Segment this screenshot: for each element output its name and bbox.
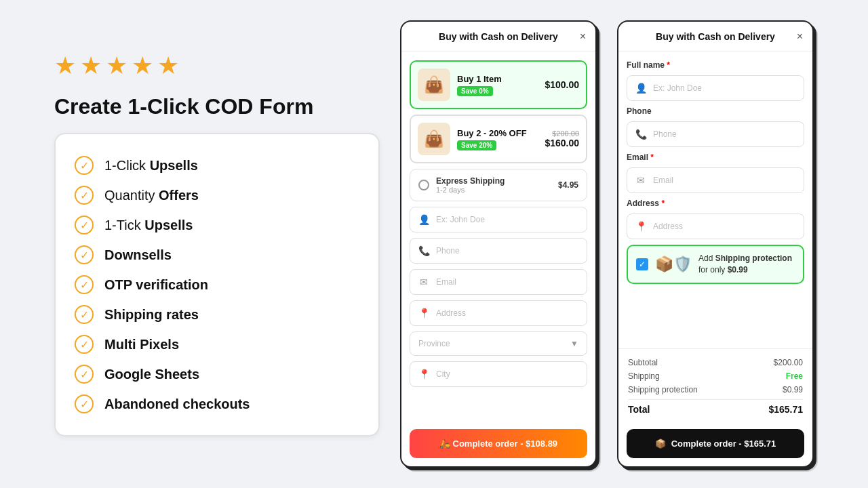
- address-placeholder-1: Address: [436, 308, 466, 318]
- product-option-2[interactable]: 👜 Buy 2 - 20% OFF Save 20% $200.00 $160.…: [410, 115, 587, 163]
- protection-icons: 📦🛡️: [655, 256, 692, 273]
- product-img-2: 👜: [418, 123, 450, 155]
- feature-label-1: 1-Click Upsells: [104, 158, 198, 174]
- email-placeholder-2: Email: [653, 176, 673, 185]
- province-select-1[interactable]: Province ▼: [410, 331, 587, 356]
- shipping-label-1: Express Shipping 1-2 days: [436, 176, 551, 194]
- complete-order-button-2[interactable]: 📦 Complete order - $165.71: [627, 429, 804, 458]
- email-field-1[interactable]: ✉ Email: [410, 269, 587, 295]
- shipping-value-sum: Free: [786, 371, 803, 381]
- check-icon-1: ✓: [75, 156, 94, 175]
- feature-downsells: ✓ Downsells: [75, 240, 359, 270]
- name-placeholder-1: Ex: John Doe: [436, 215, 485, 224]
- phone-field-1[interactable]: 📞 Phone: [410, 238, 587, 264]
- check-icon-3: ✓: [75, 216, 94, 235]
- email-group: Email * ✉ Email: [627, 152, 804, 193]
- features-box: ✓ 1-Click Upsells ✓ Quantity Offers ✓ 1-…: [54, 133, 380, 436]
- star-4: ★: [132, 52, 153, 80]
- location-icon-2: 📍: [635, 221, 646, 232]
- product-option-1[interactable]: 👜 Buy 1 Item Save 0% $100.00: [410, 60, 587, 109]
- modal-2: Buy with Cash on Delivery × Full name * …: [617, 20, 814, 468]
- modal-1-close-button[interactable]: ×: [580, 30, 586, 43]
- modal-1: Buy with Cash on Delivery × 👜 Buy 1 Item…: [400, 20, 597, 468]
- star-rating: ★ ★ ★ ★ ★: [54, 52, 380, 80]
- feature-otp: ✓ OTP verification: [75, 270, 359, 300]
- save-badge-1: Save 0%: [457, 86, 493, 96]
- fullname-label: Full name *: [627, 60, 804, 70]
- modal-2-title: Buy with Cash on Delivery: [656, 31, 775, 42]
- name-field-1[interactable]: 👤 Ex: John Doe: [410, 207, 587, 232]
- protection-box[interactable]: ✓ 📦🛡️ Add Shipping protectionfor only $0…: [627, 245, 804, 284]
- feature-1-click-upsells: ✓ 1-Click Upsells: [75, 150, 359, 180]
- feature-label-9: Abandoned checkouts: [104, 396, 250, 412]
- product-info-1: Buy 1 Item Save 0%: [457, 74, 538, 96]
- person-icon-2: 👤: [635, 83, 646, 94]
- modal-2-header: Buy with Cash on Delivery ×: [618, 22, 812, 52]
- subtotal-value: $200.00: [774, 358, 803, 367]
- feature-label-3: 1-Tick Upsells: [104, 218, 193, 233]
- phone-group: Phone 📞 Phone: [627, 106, 804, 147]
- city-field-1[interactable]: 📍 City: [410, 361, 587, 387]
- feature-multi-pixels: ✓ Multi Pixels: [75, 329, 359, 359]
- product-price-2: $200.00 $160.00: [545, 129, 579, 148]
- required-star-3: *: [661, 199, 665, 208]
- phone-icon-2: 📞: [635, 129, 646, 140]
- total-value: $165.71: [768, 404, 803, 415]
- fullname-placeholder-2: Ex: John Doe: [653, 83, 702, 93]
- feature-quantity-offers: ✓ Quantity Offers: [75, 180, 359, 210]
- check-icon-7: ✓: [75, 335, 94, 354]
- box-icon-2: 📦: [655, 439, 666, 449]
- subtotal-label: Subtotal: [628, 358, 658, 367]
- complete-order-label-1: 🛵 Complete order - $108.89: [439, 439, 557, 449]
- shipping-price-1: $4.95: [558, 180, 578, 190]
- fullname-field-2[interactable]: 👤 Ex: John Doe: [627, 75, 804, 101]
- price-main-1: $100.00: [545, 79, 579, 90]
- check-icon-6: ✓: [75, 305, 94, 324]
- city-location-icon-1: 📍: [418, 369, 429, 380]
- summary-section: Subtotal $200.00 Shipping Free Shipping …: [618, 348, 812, 424]
- phone-field-2[interactable]: 📞 Phone: [627, 121, 804, 147]
- person-icon-1: 👤: [418, 214, 429, 225]
- protection-text: Add Shipping protectionfor only $0.99: [698, 253, 792, 276]
- star-5: ★: [157, 52, 179, 80]
- star-3: ★: [106, 52, 127, 80]
- checkbox-protection[interactable]: ✓: [636, 258, 648, 270]
- email-field-2[interactable]: ✉ Email: [627, 167, 804, 193]
- check-icon-8: ✓: [75, 365, 94, 384]
- product-name-2: Buy 2 - 20% OFF: [457, 128, 538, 138]
- star-1: ★: [54, 52, 76, 80]
- radio-circle-1: [418, 180, 429, 190]
- fullname-group: Full name * 👤 Ex: John Doe: [627, 60, 804, 101]
- feature-label-5: OTP verification: [104, 277, 208, 293]
- feature-label-4: Downsells: [104, 247, 172, 263]
- location-icon-1: 📍: [418, 308, 429, 319]
- product-info-2: Buy 2 - 20% OFF Save 20%: [457, 128, 538, 150]
- address-group: Address * 📍 Address: [627, 199, 804, 239]
- page-title: Create 1-Click COD Form: [54, 94, 380, 119]
- email-icon-1: ✉: [418, 277, 429, 287]
- phone-label: Phone: [627, 106, 804, 116]
- feature-label-6: Shipping rates: [104, 307, 199, 323]
- price-old-2: $200.00: [545, 129, 579, 138]
- modal-1-header: Buy with Cash on Delivery ×: [401, 22, 595, 52]
- address-field-2[interactable]: 📍 Address: [627, 214, 804, 239]
- protection-value-sum: $0.99: [783, 385, 803, 394]
- modal-1-body: 👜 Buy 1 Item Save 0% $100.00 👜 Buy 2 - 2…: [401, 52, 595, 424]
- address-label: Address *: [627, 199, 804, 208]
- check-icon-4: ✓: [75, 245, 94, 264]
- email-icon-2: ✉: [635, 175, 646, 186]
- shipping-days-1: 1-2 days: [436, 186, 551, 194]
- summary-protection: Shipping protection $0.99: [628, 383, 803, 396]
- phone-placeholder-1: Phone: [436, 246, 460, 256]
- address-field-1[interactable]: 📍 Address: [410, 300, 587, 326]
- complete-order-button-1[interactable]: 🛵 Complete order - $108.89: [410, 429, 587, 458]
- shipping-option-1[interactable]: Express Shipping 1-2 days $4.95: [410, 169, 587, 201]
- modal-2-close-button[interactable]: ×: [797, 30, 803, 43]
- price-new-2: $160.00: [545, 138, 579, 148]
- check-icon-2: ✓: [75, 186, 94, 205]
- protection-label-sum: Shipping protection: [628, 385, 698, 394]
- product-price-1: $100.00: [545, 79, 579, 90]
- required-star-2: *: [650, 152, 654, 162]
- shipping-name-1: Express Shipping: [436, 176, 551, 186]
- feature-google-sheets: ✓ Google Sheets: [75, 359, 359, 389]
